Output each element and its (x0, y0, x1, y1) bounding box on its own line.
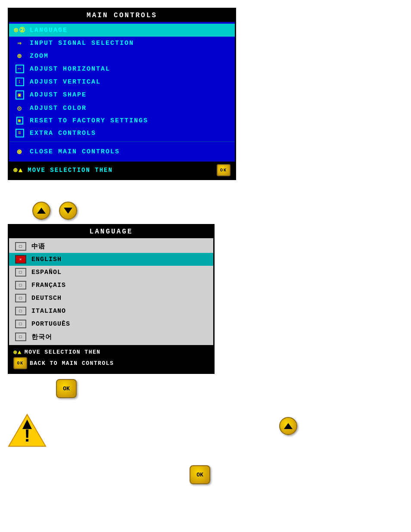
ok-button-bc[interactable]: OK (190, 465, 210, 484)
close-icon: ⊛ (13, 147, 26, 156)
lang-label-german: DEUTSCH (31, 295, 62, 302)
extra-icon: ≡ (13, 129, 26, 137)
menu-item-adjust-shape[interactable]: ▣ ADJUST SHAPE (9, 88, 235, 102)
lang-bottom-row1: ⊛▲ MOVE SELECTION THEN (13, 348, 209, 356)
arrow-down-button[interactable] (59, 202, 77, 220)
lang-item-french[interactable]: □ FRANÇAIS (9, 279, 213, 292)
lang-label-spanish: ESPAÑOL (31, 269, 62, 276)
ok-round-bc[interactable]: OK (190, 465, 210, 484)
menu-item-horizontal-label: ADJUST HORIZONTAL (30, 65, 110, 73)
lang-icon-french: □ (15, 281, 26, 289)
lang-item-portuguese[interactable]: □ PORTUGUÊS (9, 317, 213, 330)
menu-item-zoom[interactable]: ⊕ ZOOM (9, 50, 235, 62)
arrow-up-icon (37, 208, 46, 214)
lang-label-italian: ITALIANO (31, 308, 66, 315)
language-title: LANGUAGE (9, 225, 213, 238)
svg-text:!: ! (22, 426, 32, 447)
main-controls-title: MAIN CONTROLS (9, 9, 235, 22)
menu-item-adjust-horizontal[interactable]: ↔ ADJUST HORIZONTAL (9, 62, 235, 75)
arrow-up-br-icon[interactable] (279, 417, 297, 435)
lang-ok-icon: OK (13, 357, 27, 369)
language-icon: ⊗② (13, 26, 26, 34)
lang-item-italian[interactable]: □ ITALIANO (9, 305, 213, 317)
arrow-up-button-br[interactable] (279, 417, 297, 435)
menu-item-extra-controls[interactable]: ≡ EXTRA CONTROLS (9, 127, 235, 140)
lang-nav-icons: ⊛▲ (13, 348, 22, 356)
menu-item-input-signal[interactable]: ⇒ INPUT SIGNAL SELECTION (9, 37, 235, 50)
ok-badge: OK (217, 164, 230, 176)
lang-icon-english: ✕ (15, 255, 26, 264)
factory-icon: ▦ (13, 117, 26, 124)
lang-icon-korean: □ (15, 333, 26, 341)
menu-item-language-label: LANGUAGE (30, 27, 68, 34)
lang-label-english: ENGLISH (31, 256, 62, 263)
lang-label-chinese: 中语 (31, 243, 45, 251)
menu-item-reset-factory[interactable]: ▦ RESET TO FACTORY SETTINGS (9, 115, 235, 127)
ok-label-small: OK (63, 386, 70, 392)
ok-icon-main: OK (217, 164, 230, 176)
ok-button-small[interactable]: OK (56, 379, 77, 398)
lang-label-portuguese: PORTUGUÊS (31, 320, 70, 328)
language-bottom-bar: ⊛▲ MOVE SELECTION THEN OK BACK TO MAIN C… (9, 345, 213, 373)
menu-item-factory-label: RESET TO FACTORY SETTINGS (30, 117, 148, 124)
zoom-icon: ⊕ (13, 52, 26, 60)
menu-item-language[interactable]: ⊗② LANGUAGE (9, 24, 235, 37)
lang-icon-italian: □ (15, 307, 26, 315)
warning-triangle-svg: ! (8, 414, 47, 447)
lang-label-french: FRANÇAIS (31, 282, 66, 289)
close-label: CLOSE MAIN CONTROLS (30, 148, 120, 156)
lang-item-korean[interactable]: □ 한국어 (9, 330, 213, 343)
nav-icons: ⊛▲ (13, 166, 23, 174)
warning-triangle: ! (8, 414, 47, 447)
vertical-icon: ↕ (13, 78, 26, 86)
menu-item-extra-label: EXTRA CONTROLS (30, 130, 96, 137)
color-icon: ◎ (13, 104, 26, 112)
divider (9, 141, 235, 142)
lang-bottom-text2: BACK TO MAIN CONTROLS (30, 360, 114, 367)
main-menu-list: ⊗② LANGUAGE ⇒ INPUT SIGNAL SELECTION ⊕ Z… (9, 22, 235, 162)
bottom-bar-text: MOVE SELECTION THEN (28, 167, 113, 174)
menu-item-shape-label: ADJUST SHAPE (30, 91, 87, 99)
lang-bottom-row2: OK BACK TO MAIN CONTROLS (13, 357, 209, 369)
ok-round-icon[interactable]: OK (56, 379, 77, 398)
menu-item-color-label: ADJUST COLOR (30, 105, 87, 112)
main-controls-panel: MAIN CONTROLS ⊗② LANGUAGE ⇒ INPUT SIGNAL… (8, 8, 236, 180)
lang-item-english[interactable]: ✕ ENGLISH (9, 253, 213, 266)
lang-item-spanish[interactable]: □ ESPAÑOL (9, 266, 213, 279)
menu-item-adjust-vertical[interactable]: ↕ ADJUST VERTICAL (9, 75, 235, 88)
language-panel: LANGUAGE □ 中语 ✕ ENGLISH □ ESPAÑOL □ FRAN… (8, 224, 215, 374)
ok-label-bc: OK (196, 472, 203, 478)
nav-arrows-group (32, 202, 77, 220)
menu-item-vertical-label: ADJUST VERTICAL (30, 78, 101, 86)
lang-label-korean: 한국어 (31, 333, 52, 341)
input-signal-icon: ⇒ (13, 39, 26, 47)
shape-icon: ▣ (13, 90, 26, 100)
lang-icon-german: □ (15, 294, 26, 302)
lang-item-german[interactable]: □ DEUTSCH (9, 292, 213, 305)
menu-item-input-signal-label: INPUT SIGNAL SELECTION (30, 40, 134, 47)
menu-item-zoom-label: ZOOM (30, 53, 49, 60)
horizontal-icon: ↔ (13, 65, 26, 73)
menu-item-adjust-color[interactable]: ◎ ADJUST COLOR (9, 102, 235, 115)
arrow-down-icon (64, 208, 72, 214)
arrow-up-br-shape (284, 423, 293, 429)
close-main-controls[interactable]: ⊛ CLOSE MAIN CONTROLS (9, 143, 235, 160)
lang-icon-chinese: □ (15, 242, 26, 251)
lang-icon-spanish: □ (15, 268, 26, 277)
language-list: □ 中语 ✕ ENGLISH □ ESPAÑOL □ FRANÇAIS □ DE… (9, 238, 213, 345)
lang-item-chinese[interactable]: □ 中语 (9, 240, 213, 253)
arrow-up-button[interactable] (32, 202, 50, 220)
main-controls-bottom-bar: ⊛▲ MOVE SELECTION THEN OK (9, 162, 235, 179)
lang-bottom-text1: MOVE SELECTION THEN (25, 349, 101, 355)
lang-icon-portuguese: □ (15, 320, 26, 328)
